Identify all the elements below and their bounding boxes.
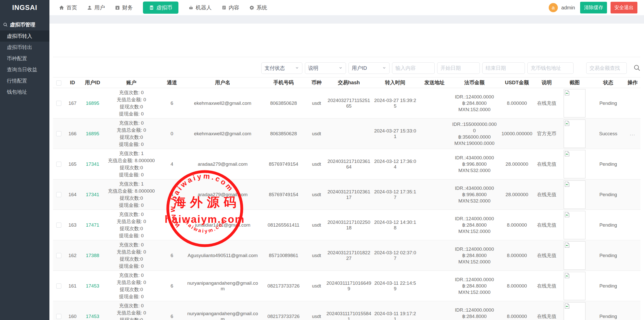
account-stats: 充值次数: 1充值总金额: 8.000000提现次数:0提现金额: 0	[106, 180, 157, 209]
sidebar-item[interactable]: 查询当日收益	[0, 64, 49, 75]
column-header: 交易hash	[325, 77, 372, 88]
sidebar-item[interactable]: 虚拟币转出	[0, 42, 49, 53]
broken-image-icon	[565, 212, 570, 219]
coin: usdt	[312, 161, 321, 167]
note-select[interactable]: 说明	[305, 62, 346, 74]
channel: 4	[171, 161, 173, 167]
row-actions[interactable]: ...	[630, 131, 635, 136]
row-checkbox[interactable]	[56, 223, 61, 228]
note: 在线充值	[537, 161, 556, 167]
avatar[interactable]: a	[549, 3, 558, 12]
user-id-link[interactable]: 17341	[86, 161, 99, 167]
user-id-link[interactable]: 17453	[86, 283, 99, 289]
nav-item-label: 虚拟币	[156, 4, 172, 11]
table-row: 16117453充值次数: 0充值总金额: 0提现次数:0提现金额: 06nur…	[53, 271, 640, 301]
wallet-address-input[interactable]	[527, 62, 574, 74]
robot-icon	[189, 5, 193, 10]
column-header: 说明	[536, 77, 558, 88]
app-logo: INGSAI	[0, 0, 49, 15]
row-id: 163	[68, 222, 77, 228]
logout-button[interactable]: 安全退出	[611, 2, 637, 13]
channel: 6	[171, 253, 173, 258]
username: nuryanipangandaheng@gmail.com	[187, 311, 258, 320]
page-background-band	[49, 15, 644, 24]
row-checkbox[interactable]	[56, 314, 61, 319]
user-id-link[interactable]: 17341	[86, 192, 99, 197]
row-checkbox[interactable]	[56, 131, 61, 136]
deposits-table: ID用户ID账户通道用户名手机号码币种交易hash转入时间发送地址法币金额USD…	[53, 77, 640, 320]
nav-item-coin[interactable]: 虚拟币	[143, 2, 178, 14]
pay-status-select[interactable]: 支付状态	[261, 62, 302, 74]
screenshot-thumbnail[interactable]	[564, 302, 585, 320]
end-date-input[interactable]	[482, 62, 525, 74]
sidebar: INGSAI 虚拟币管理 虚拟币转入虚拟币转出币种配置查询当日收益行情配置钱包地…	[0, 0, 49, 320]
column-header: 转入时间	[372, 77, 418, 88]
coin: usdt	[312, 222, 321, 228]
nav-item-finance[interactable]: 财务	[115, 4, 133, 11]
finance-icon	[115, 5, 120, 10]
row-checkbox[interactable]	[56, 283, 61, 289]
fiat-amounts: IDR.:155000000.0000฿:356000.0000MXN:1900…	[452, 121, 497, 146]
select-all-checkbox[interactable]	[56, 80, 61, 86]
amount-search-input[interactable]	[586, 62, 627, 74]
row-checkbox[interactable]	[56, 192, 61, 197]
row-checkbox[interactable]	[56, 253, 61, 258]
nav-item-user[interactable]: 用户	[87, 4, 105, 11]
row-checkbox[interactable]	[56, 162, 61, 167]
screenshot-thumbnail[interactable]	[564, 180, 585, 209]
nav-item-label: 系统	[256, 4, 267, 11]
deposit-time: 2024-03-12 14:30:18	[374, 220, 416, 230]
column-header: 法币金额	[451, 77, 498, 88]
screenshot-thumbnail[interactable]	[564, 89, 585, 117]
username: aradaa279@gmail.com	[198, 161, 248, 167]
user-id-link[interactable]: 17453	[86, 314, 99, 319]
column-header: 通道	[158, 77, 186, 88]
column-header: 账户	[105, 77, 158, 88]
fiat-amounts: IDR.:124000.0000฿:284.8000MXN:152.0000	[452, 215, 497, 234]
clear-cache-button[interactable]: 清除缓存	[580, 2, 607, 13]
user-id-select[interactable]: 用户ID	[348, 62, 390, 74]
account-stats: 充值次数: 0充值总金额: 0提现次数:0提现金额: 0	[106, 241, 157, 270]
nav-item-home[interactable]: 首页	[59, 4, 77, 11]
user-id-link[interactable]: 17471	[86, 222, 99, 228]
user-icon	[87, 5, 92, 10]
deposit-time: 2024-03-12 17:35:17	[374, 189, 416, 200]
status: Pending	[599, 283, 617, 289]
sidebar-item[interactable]: 行情配置	[0, 75, 49, 86]
tx-hash: 202403111710166499	[326, 280, 371, 291]
keyword-input[interactable]	[392, 62, 435, 74]
sidebar-item[interactable]: 钱包地址	[0, 86, 49, 97]
fiat-amounts: IDR.:124000.0000฿:284.8000MXN:152.0000	[452, 307, 497, 320]
screenshot-thumbnail[interactable]	[564, 150, 585, 178]
nav-item-gear[interactable]: 系统	[249, 4, 267, 11]
nav-item-content[interactable]: 内容	[222, 4, 239, 11]
username: ekehmaxwell2@gmail.com	[194, 100, 251, 106]
start-date-input[interactable]	[437, 62, 480, 74]
user-id-link[interactable]: 16895	[86, 131, 99, 136]
screenshot-thumbnail[interactable]	[564, 272, 585, 300]
sidebar-item[interactable]: 币种配置	[0, 53, 49, 64]
row-id: 164	[68, 192, 77, 197]
deposit-time: 2024-03-12 17:36:04	[374, 159, 416, 170]
broken-image-icon	[565, 242, 570, 249]
coin: usdt	[312, 100, 321, 106]
coin: usdt	[312, 314, 321, 319]
user-id-link[interactable]: 16895	[86, 100, 99, 106]
screenshot-thumbnail[interactable]	[564, 241, 585, 270]
deposit-time: 2024-03-11 19:17:21	[374, 311, 416, 320]
screenshot-thumbnail[interactable]	[564, 211, 585, 239]
screenshot-thumbnail[interactable]	[564, 120, 585, 148]
phone: 85710089861	[269, 253, 298, 258]
username: junaidiar1411@gmail.com	[195, 222, 250, 228]
tx-hash: 202403271711525165	[328, 98, 370, 109]
user-id-link[interactable]: 17388	[86, 253, 99, 258]
row-checkbox[interactable]	[56, 101, 61, 106]
nav-item-label: 机器人	[196, 4, 212, 11]
search-button[interactable]	[633, 64, 640, 72]
channel: 4	[171, 192, 173, 197]
sidebar-item[interactable]: 虚拟币转入	[0, 30, 49, 42]
table-row: 16217388充值次数: 0充值总金额: 0提现次数:0提现金额: 06Agu…	[53, 240, 640, 271]
nav-item-robot[interactable]: 机器人	[189, 4, 212, 11]
tx-hash: 202403121710236117	[327, 189, 370, 200]
row-id: 161	[68, 283, 77, 289]
